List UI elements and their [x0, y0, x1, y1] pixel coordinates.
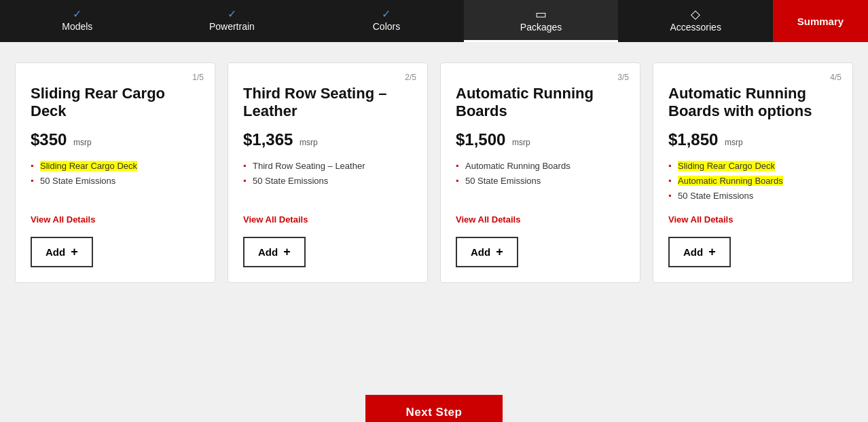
card-features-0: Sliding Rear Cargo Deck 50 State Emissio…	[31, 159, 200, 204]
card-feature-text-3-0: Sliding Rear Cargo Deck	[678, 161, 775, 171]
card-features-3: Sliding Rear Cargo Deck Automatic Runnin…	[668, 159, 837, 204]
footer: Next Step	[0, 381, 868, 422]
main-content: 1/5 Sliding Rear Cargo Deck $350 msrp Sl…	[0, 42, 868, 381]
card-counter-2: 3/5	[617, 73, 629, 82]
nav-item-powertrain[interactable]: ✓ Powertrain	[155, 0, 310, 42]
card-msrp-0: msrp	[73, 138, 92, 147]
nav-label-accessories: Accessories	[670, 22, 721, 33]
card-feature-0-1: 50 State Emissions	[31, 174, 200, 189]
card-title-0: Sliding Rear Cargo Deck	[31, 85, 200, 121]
card-feature-text-3-1: Automatic Running Boards	[678, 176, 783, 186]
tag-icon-accessories: ◇	[691, 8, 700, 20]
card-feature-text-1-0: Third Row Seating – Leather	[253, 161, 365, 171]
card-counter-0: 1/5	[192, 73, 204, 82]
add-label-3: Add	[683, 246, 703, 258]
main-nav: ✓ Models ✓ Powertrain ✓ Colors ▭ Package…	[0, 0, 868, 42]
card-msrp-1: msrp	[300, 138, 318, 147]
check-icon-colors: ✓	[382, 9, 391, 20]
next-step-button[interactable]: Next Step	[365, 395, 503, 422]
card-feature-3-2: 50 State Emissions	[668, 189, 837, 204]
nav-label-packages: Packages	[520, 22, 562, 33]
nav-label-colors: Colors	[373, 21, 400, 32]
card-features-1: Third Row Seating – Leather 50 State Emi…	[243, 159, 412, 204]
nav-item-colors[interactable]: ✓ Colors	[309, 0, 464, 42]
card-1: 2/5 Third Row Seating – Leather $1,365 m…	[228, 62, 428, 283]
card-title-1: Third Row Seating – Leather	[243, 85, 412, 121]
card-0: 1/5 Sliding Rear Cargo Deck $350 msrp Sl…	[15, 62, 215, 283]
view-details-link-0[interactable]: View All Details	[31, 214, 200, 225]
box-icon-packages: ▭	[535, 8, 547, 20]
card-feature-1-0: Third Row Seating – Leather	[243, 159, 412, 174]
card-price-3: $1,850 msrp	[668, 130, 837, 149]
check-icon-powertrain: ✓	[228, 9, 236, 20]
card-feature-0-0: Sliding Rear Cargo Deck	[31, 159, 200, 174]
card-feature-2-1: 50 State Emissions	[456, 174, 625, 189]
nav-item-models[interactable]: ✓ Models	[0, 0, 155, 42]
add-label-0: Add	[46, 246, 65, 258]
card-price-0: $350 msrp	[31, 130, 200, 149]
add-label-2: Add	[471, 246, 490, 258]
card-3: 4/5 Automatic Running Boards with option…	[653, 62, 853, 283]
view-details-link-2[interactable]: View All Details	[456, 214, 625, 225]
card-feature-text-2-0: Automatic Running Boards	[465, 161, 571, 171]
card-features-2: Automatic Running Boards 50 State Emissi…	[456, 159, 625, 204]
nav-item-accessories[interactable]: ◇ Accessories	[618, 0, 773, 42]
card-msrp-3: msrp	[725, 138, 743, 147]
card-counter-3: 4/5	[830, 73, 842, 82]
card-title-3: Automatic Running Boards with options	[668, 85, 837, 121]
plus-icon-3: +	[708, 245, 716, 259]
add-button-3[interactable]: Add +	[668, 237, 731, 267]
card-feature-text-0-0: Sliding Rear Cargo Deck	[40, 161, 137, 171]
nav-label-powertrain: Powertrain	[209, 21, 255, 32]
nav-item-packages[interactable]: ▭ Packages	[464, 0, 619, 42]
plus-icon-2: +	[496, 245, 503, 259]
card-counter-1: 2/5	[405, 73, 416, 82]
nav-label-models: Models	[62, 21, 92, 32]
card-feature-1-1: 50 State Emissions	[243, 174, 412, 189]
card-2: 3/5 Automatic Running Boards $1,500 msrp…	[440, 62, 640, 283]
card-feature-text-2-1: 50 State Emissions	[465, 176, 541, 186]
card-feature-text-3-2: 50 State Emissions	[678, 191, 753, 201]
card-msrp-2: msrp	[512, 138, 530, 147]
check-icon-models: ✓	[73, 9, 82, 20]
add-button-0[interactable]: Add +	[31, 237, 93, 267]
card-price-1: $1,365 msrp	[243, 130, 412, 149]
summary-button[interactable]: Summary	[773, 0, 868, 42]
add-button-2[interactable]: Add +	[456, 237, 518, 267]
plus-icon-0: +	[71, 245, 78, 259]
add-button-1[interactable]: Add +	[243, 237, 306, 267]
card-feature-3-1: Automatic Running Boards	[668, 174, 837, 189]
view-details-link-3[interactable]: View All Details	[668, 214, 837, 225]
card-price-2: $1,500 msrp	[456, 130, 625, 149]
cards-row: 1/5 Sliding Rear Cargo Deck $350 msrp Sl…	[14, 62, 854, 283]
card-title-2: Automatic Running Boards	[456, 85, 625, 121]
plus-icon-1: +	[283, 245, 291, 259]
card-feature-text-1-1: 50 State Emissions	[253, 176, 328, 186]
card-feature-3-0: Sliding Rear Cargo Deck	[668, 159, 837, 174]
view-details-link-1[interactable]: View All Details	[243, 214, 412, 225]
card-feature-text-0-1: 50 State Emissions	[40, 176, 115, 186]
card-feature-2-0: Automatic Running Boards	[456, 159, 625, 174]
add-label-1: Add	[258, 246, 278, 258]
